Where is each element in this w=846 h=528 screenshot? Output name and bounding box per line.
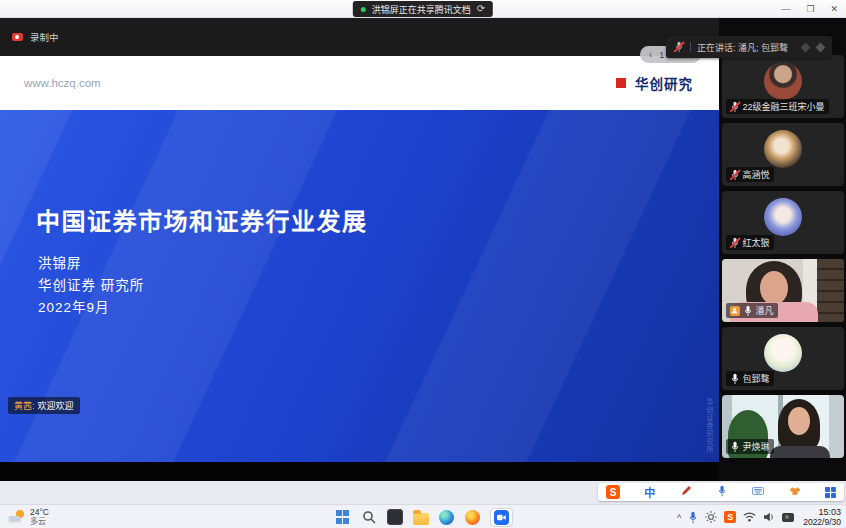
taskbar-clock[interactable]: 15:03 2022/9/30 [803, 507, 841, 527]
speaker-icon[interactable] [763, 512, 775, 522]
start-button[interactable] [334, 509, 351, 526]
prev-page-button[interactable]: ‹ [649, 49, 652, 60]
ime-toolbar: S 中 [598, 483, 844, 501]
company-url: www.hczq.com [24, 77, 101, 89]
diamond-decoration-icon [816, 42, 826, 52]
sync-icon[interactable]: ⟳ [477, 4, 485, 14]
recording-label[interactable]: 录制中 [30, 30, 59, 44]
tencent-meeting-button-active[interactable] [490, 508, 513, 527]
soft-keyboard-icon[interactable] [752, 483, 764, 501]
participant-tile[interactable]: 包郅骜 [722, 327, 844, 390]
folder-icon [413, 513, 429, 525]
tray-gear-icon[interactable] [705, 511, 717, 523]
brand-cube-icon [616, 78, 626, 88]
slide-author: 洪锦屏 [38, 252, 82, 272]
participant-name-chip: 尹焕琳 [726, 439, 774, 454]
participant-name-chip: 22级金融三班宋小曼 [726, 99, 829, 114]
presentation-slide: 中国证券市场和证券行业发展 洪锦屏 华创证券 研究所 2022年9月 黄茜: 欢… [0, 110, 719, 462]
taskbar-app-icons [334, 507, 513, 527]
participant-tile[interactable]: 红太狼 [722, 191, 844, 254]
weather-condition: 多云 [30, 517, 49, 527]
clock-time: 15:03 [818, 507, 841, 517]
brand-name: 华创研究 [635, 73, 693, 93]
meeting-window: 录制中 www.hczq.com 华创研究 中国证券市场和证券行业发展 洪锦屏 … [0, 18, 846, 481]
mic-muted-icon [674, 41, 684, 53]
mic-muted-icon [730, 169, 740, 181]
slide-date: 2022年9月 [38, 296, 110, 316]
participants-sidebar: 22级金融三班宋小曼 高涵悦 红太狼 [719, 18, 846, 481]
slide-header: www.hczq.com 华创研究 [0, 56, 719, 110]
participant-name: 高涵悦 [743, 168, 770, 181]
toolbox-grid-icon[interactable] [825, 487, 836, 498]
shared-screen-area: 录制中 www.hczq.com 华创研究 中国证券市场和证券行业发展 洪锦屏 … [0, 18, 719, 481]
tray-expand-button[interactable]: ^ [677, 513, 681, 523]
speaking-toast: 正在讲话: 潘凡; 包郅骜 [666, 36, 832, 58]
tray-sogou-icon[interactable]: S [724, 511, 736, 523]
participant-tile[interactable]: 高涵悦 [722, 123, 844, 186]
dark-app-icon [387, 509, 403, 525]
slide-org: 华创证券 研究所 [38, 274, 144, 294]
diamond-decoration-icon [801, 42, 811, 52]
avatar [764, 198, 802, 236]
member-badge-icon [730, 306, 740, 316]
participant-tile[interactable]: 22级金融三班宋小曼 [722, 55, 844, 118]
firefox-icon [465, 510, 480, 525]
system-tray: ^ S 15:03 2022/9/30 [677, 505, 841, 528]
screen-share-banner[interactable]: 洪锦屏正在共享腾讯文档 ⟳ [353, 1, 493, 17]
search-button[interactable] [360, 509, 377, 526]
avatar [764, 62, 802, 100]
speaking-toast-text: 正在讲话: 潘凡; 包郅骜 [697, 41, 788, 54]
participant-name: 潘凡 [756, 304, 774, 317]
restore-button[interactable]: ❐ [806, 4, 814, 14]
mic-muted-icon [730, 101, 740, 113]
sharing-status-dot [361, 7, 366, 12]
video-person-body [770, 446, 830, 458]
skin-shirt-icon[interactable] [789, 483, 801, 501]
share-banner-text: 洪锦屏正在共享腾讯文档 [372, 3, 471, 16]
video-person-face [760, 271, 788, 305]
voice-input-mic-icon[interactable] [716, 483, 728, 501]
slide-watermark: 华创证券研究所 [704, 398, 714, 454]
video-person-face [788, 407, 810, 435]
participant-tile[interactable]: 尹焕琳 [722, 395, 844, 458]
taskbar: 24°C 多云 ^ [0, 504, 846, 528]
divider [690, 42, 691, 52]
tray-camera-icon[interactable] [782, 513, 794, 522]
sogou-logo-icon[interactable]: S [606, 485, 620, 499]
windows-logo-icon [336, 510, 350, 524]
firefox-browser-button[interactable] [464, 509, 481, 526]
edge-icon [439, 510, 454, 525]
handwriting-pen-icon[interactable] [680, 483, 692, 501]
mic-muted-icon [730, 237, 740, 249]
participant-tile-active-speaker[interactable]: 潘凡 [722, 259, 844, 322]
wifi-icon[interactable] [743, 512, 756, 522]
close-button[interactable]: ✕ [830, 4, 838, 14]
slide-title: 中国证券市场和证券行业发展 [36, 202, 368, 237]
screen: 洪锦屏正在共享腾讯文档 ⟳ — ❐ ✕ 录制中 www.hczq.com 华创研… [0, 0, 846, 528]
participant-name-chip: 高涵悦 [726, 167, 774, 182]
participant-name-chip: 潘凡 [726, 303, 778, 318]
mic-on-icon [730, 441, 740, 453]
weather-partly-cloudy-icon [8, 510, 25, 524]
desktop-strip: S 中 [0, 481, 846, 504]
recording-icon [12, 33, 23, 41]
chat-overlay-bubble: 黄茜: 欢迎欢迎 [8, 397, 80, 414]
participant-name-chip: 红太狼 [726, 235, 774, 250]
participant-name: 包郅骜 [743, 372, 770, 385]
avatar [764, 130, 802, 168]
search-icon [362, 510, 376, 524]
clock-date: 2022/9/30 [803, 517, 841, 527]
brand-logo: 华创研究 [616, 73, 693, 93]
file-explorer-button[interactable] [412, 509, 429, 526]
participant-name-chip: 包郅骜 [726, 371, 774, 386]
chat-sender: 黄茜: [14, 399, 35, 412]
ime-language-toggle[interactable]: 中 [644, 484, 655, 500]
weather-temperature: 24°C [30, 507, 49, 517]
edge-browser-button[interactable] [438, 509, 455, 526]
taskbar-app-dark[interactable] [386, 509, 403, 526]
weather-widget[interactable]: 24°C 多云 [8, 507, 49, 527]
tray-mic-icon[interactable] [688, 511, 698, 524]
meeting-topbar: 录制中 [0, 18, 719, 56]
letterbox-bar [0, 462, 719, 481]
minimize-button[interactable]: — [781, 4, 790, 14]
